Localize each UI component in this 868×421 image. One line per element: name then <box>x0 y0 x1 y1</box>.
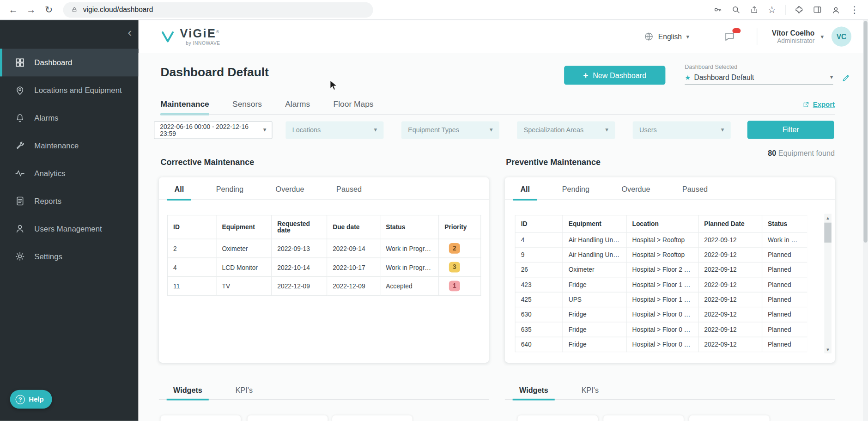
sidebar-item-dashboard[interactable]: Dashboard <box>0 49 139 76</box>
tab-overdue[interactable]: Overdue <box>614 185 657 199</box>
table-row[interactable]: 4 LCD Monitor 2022-10-14 2022-10-17 Work… <box>167 258 480 277</box>
cell-priority: 2 <box>439 239 481 258</box>
widget-card[interactable] <box>248 415 328 421</box>
col-location: Location <box>626 215 698 232</box>
table-row[interactable]: 425 UPS Hospital > Floor 1 > Oper... 202… <box>515 292 807 307</box>
specialization-areas-select[interactable]: Specialization Areas ▾ <box>517 121 615 139</box>
equipment-types-select[interactable]: Equipment Types ▾ <box>401 121 499 139</box>
table-scrollbar[interactable]: ▲ ▼ <box>824 214 832 354</box>
export-button[interactable]: Export <box>802 101 835 109</box>
table-row[interactable]: 423 Fridge Hospital > Floor 1 > Oper... … <box>515 277 807 292</box>
tab-kpis[interactable]: KPI's <box>229 386 259 399</box>
messages-button[interactable] <box>723 31 735 43</box>
corrective-maintenance-title: Corrective Maintenance <box>161 157 255 166</box>
side-panel-icon[interactable] <box>813 5 822 14</box>
user-menu[interactable]: Vítor Coelho Administrator <box>772 29 815 44</box>
tab-sensors[interactable]: Sensors <box>232 100 262 116</box>
table-row[interactable]: 9 Air Handling Unit 2 - ... Hospital > R… <box>515 247 807 262</box>
browser-forward-button[interactable]: → <box>23 2 39 18</box>
browser-menu-dots-icon[interactable]: ⋮ <box>850 5 859 14</box>
sidebar-item-settings[interactable]: Settings <box>0 243 139 270</box>
tab-paused[interactable]: Paused <box>675 185 715 199</box>
scroll-up-icon[interactable]: ▲ <box>824 214 832 222</box>
sidebar-collapse-icon[interactable]: ‹ <box>127 27 132 39</box>
sidebar-item-analytics[interactable]: Analytics <box>0 159 139 187</box>
tab-divider <box>161 114 835 115</box>
sidebar-item-users-management[interactable]: Users Management <box>0 215 139 243</box>
widget-card[interactable] <box>161 415 241 421</box>
tab-widgets[interactable]: Widgets <box>167 386 209 400</box>
cell-status: Work in Prog... <box>762 232 807 247</box>
table-row[interactable]: 2 Oximeter 2022-09-13 2022-09-14 Work in… <box>167 239 480 258</box>
zoom-icon[interactable] <box>731 5 741 14</box>
users-select[interactable]: Users ▾ <box>633 121 731 139</box>
share-icon[interactable] <box>749 5 759 14</box>
table-row[interactable]: 630 Fridge Hospital > Floor 0 > Phar... … <box>515 307 807 322</box>
chevron-down-icon[interactable]: ▾ <box>821 33 824 39</box>
sidebar-item-reports[interactable]: Reports <box>0 187 139 215</box>
question-icon: ? <box>16 395 25 404</box>
table-row[interactable]: 11 TV 2022-12-09 2022-12-09 Accepted 1 <box>167 277 480 296</box>
extensions-puzzle-icon[interactable] <box>795 5 804 14</box>
sidebar-item-alarms[interactable]: Alarms <box>0 104 139 132</box>
sidebar-item-locations-and-equipment[interactable]: Locations and Equipment <box>0 76 139 104</box>
cell-id: 630 <box>515 307 563 322</box>
table-row[interactable]: 635 Fridge Hospital > Floor 0 > Phar... … <box>515 322 807 337</box>
avatar[interactable]: VC <box>832 27 851 47</box>
sidebar-item-maintenance[interactable]: Maintenance <box>0 132 139 159</box>
corrective-table: ID Equipment Requested date Due date Sta… <box>167 215 481 296</box>
browser-url-bar[interactable]: vigie.cloud/dashboard <box>63 2 373 18</box>
tab-all[interactable]: All <box>167 185 191 201</box>
browser-back-button[interactable]: ← <box>6 2 21 18</box>
browser-reload-button[interactable]: ↻ <box>41 2 57 18</box>
tab-alarms[interactable]: Alarms <box>285 100 310 116</box>
tab-kpis[interactable]: KPI's <box>575 386 605 399</box>
vigie-logo-mark-icon <box>161 30 175 44</box>
cell-location: Hospital > Floor 0 > Phar... <box>626 307 698 322</box>
plus-icon: + <box>583 71 588 79</box>
scrollbar-thumb[interactable] <box>824 223 832 243</box>
tab-pending[interactable]: Pending <box>209 185 251 199</box>
cell-planned-date: 2022-09-12 <box>698 277 762 292</box>
sidebar-item-label: Locations and Equipment <box>34 86 121 95</box>
key-icon[interactable] <box>713 5 722 14</box>
cell-priority: 3 <box>439 258 481 277</box>
col-priority: Priority <box>439 215 481 239</box>
table-row[interactable]: 26 Oximeter Hospital > Floor 2 > Nursi..… <box>515 262 807 277</box>
tab-widgets[interactable]: Widgets <box>513 386 555 400</box>
cell-id: 423 <box>515 277 563 292</box>
bookmark-star-icon[interactable]: ☆ <box>768 5 776 14</box>
tab-paused[interactable]: Paused <box>329 185 369 199</box>
help-button[interactable]: ? Help <box>10 390 52 409</box>
cell-requested-date: 2022-10-14 <box>272 258 327 277</box>
widget-card[interactable] <box>689 415 770 421</box>
browser-profile-icon[interactable] <box>831 5 841 15</box>
col-status: Status <box>762 215 807 232</box>
brand-name: ViGiE® <box>180 27 220 39</box>
edit-dashboard-button[interactable] <box>841 73 850 82</box>
page-scrollbar-thumb[interactable] <box>863 21 867 243</box>
dashboard-select[interactable]: ★ Dashboard Default ▾ <box>685 73 833 85</box>
tab-all[interactable]: All <box>513 185 537 201</box>
table-row[interactable]: 640 Fridge Hospital > Floor 0 > Phar... … <box>515 337 807 352</box>
cell-id: 640 <box>515 337 563 352</box>
tab-floor-maps[interactable]: Floor Maps <box>334 100 374 116</box>
vigie-logo: ViGiE® by INNOWAVE <box>161 27 220 46</box>
table-row[interactable]: 4 Air Handling Unit 1 - ... Hospital > R… <box>515 232 807 247</box>
locations-select[interactable]: Locations ▾ <box>285 121 383 139</box>
widget-card[interactable] <box>517 415 598 421</box>
page-scrollbar[interactable] <box>863 20 868 421</box>
new-dashboard-button[interactable]: + New Dashboard <box>564 66 665 85</box>
widget-card[interactable] <box>332 415 413 421</box>
scroll-down-icon[interactable]: ▼ <box>824 346 832 354</box>
language-selector[interactable]: English ▾ <box>644 31 689 42</box>
cell-equipment: Fridge <box>563 322 626 337</box>
tab-maintenance[interactable]: Maintenance <box>161 100 209 116</box>
sidebar-item-label: Reports <box>34 196 61 205</box>
cell-id: 635 <box>515 322 563 337</box>
date-range-select[interactable]: 2022-06-16 00:00 - 2022-12-16 23:59 ▾ <box>154 121 272 139</box>
filter-button[interactable]: Filter <box>747 121 834 139</box>
tab-overdue[interactable]: Overdue <box>268 185 311 199</box>
widget-card[interactable] <box>603 415 684 421</box>
tab-pending[interactable]: Pending <box>555 185 597 199</box>
